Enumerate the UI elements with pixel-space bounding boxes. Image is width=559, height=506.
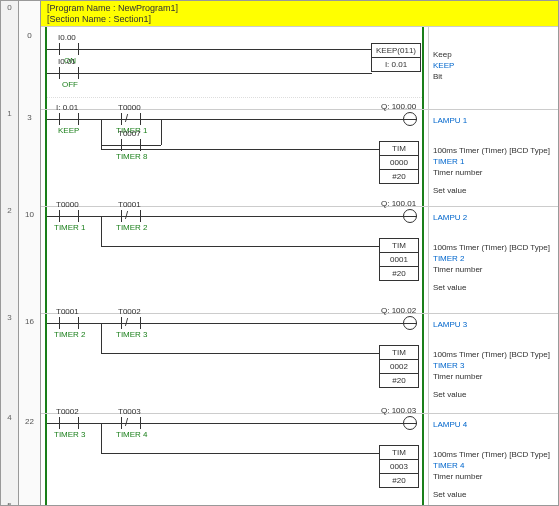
contact-address: T0002	[56, 407, 79, 416]
line-number: 0	[19, 31, 40, 40]
wire	[161, 119, 162, 145]
instr-title: TIM	[380, 239, 418, 252]
instr-operand: 0000	[380, 155, 418, 169]
contact-address: T0001	[56, 307, 79, 316]
contact-name: KEEP	[58, 126, 79, 135]
cmt-name: TIMER 3	[433, 360, 550, 371]
wire	[101, 353, 379, 354]
instr-operand: #20	[380, 169, 418, 183]
contact-address: T0002	[118, 307, 141, 316]
contact-name: TIMER 3	[54, 430, 86, 439]
cmt-name: LAMPU 4	[433, 419, 467, 430]
contact-address: I0.01	[58, 57, 76, 66]
contact-no[interactable]: I: 0.01 KEEP	[59, 113, 79, 125]
contact-no[interactable]: T0000 TIMER 1	[59, 210, 79, 222]
coil-address: Q: 100.03	[381, 406, 416, 415]
output-coil[interactable]	[403, 316, 417, 330]
cmt-l2: Set value	[433, 282, 550, 293]
program-name: [Program Name : NewProgram1]	[47, 3, 552, 14]
cmt-l2: Set value	[433, 389, 550, 400]
instruction-keep[interactable]: KEEP(011) I: 0.01	[371, 43, 421, 72]
rung-index: 2	[1, 206, 18, 215]
coil-address: Q: 100.00	[381, 102, 416, 111]
rung-index: 3	[1, 313, 18, 322]
cmt-name: LAMPU 2	[433, 212, 467, 223]
cmt-title: Keep	[433, 49, 454, 60]
instr-operand: #20	[380, 266, 418, 280]
wire	[47, 216, 417, 217]
cmt-l2: Set value	[433, 489, 550, 500]
contact-address: T0007	[118, 129, 141, 138]
ladder-canvas[interactable]: [Program Name : NewProgram1] [Section Na…	[41, 1, 558, 505]
cmt-l1: Timer number	[433, 264, 550, 275]
wire	[101, 216, 102, 246]
cmt-name: LAMPU 1	[433, 115, 467, 126]
rung-index: 5	[1, 501, 18, 506]
coil-comment: LAMPU 3	[433, 319, 467, 330]
rung-index-gutter: 0 1 2 3 4 5	[1, 1, 19, 505]
cmt-sub: Bit	[433, 71, 454, 82]
cmt-name: TIMER 4	[433, 460, 550, 471]
nc-slash-icon: /	[125, 112, 128, 124]
instr-operand: I: 0.01	[372, 57, 420, 71]
instr-operand: #20	[380, 473, 418, 487]
contact-name: OFF	[62, 80, 78, 89]
instruction-tim[interactable]: TIM 0002 #20	[379, 345, 419, 388]
contact-address: I: 0.01	[56, 103, 78, 112]
program-header: [Program Name : NewProgram1] [Section Na…	[41, 1, 558, 27]
output-coil[interactable]	[403, 416, 417, 430]
instr-comment: 100ms Timer (Timer) [BCD Type] TIMER 4 T…	[433, 449, 550, 500]
instr-title: TIM	[380, 142, 418, 155]
contact-address: I0.00	[58, 33, 76, 42]
wire	[101, 423, 102, 453]
coil-comment: LAMPU 1	[433, 115, 467, 126]
coil-address: Q: 100.01	[381, 199, 416, 208]
comment-column: Keep KEEP Bit LAMPU 1 100ms Timer (Timer…	[428, 27, 558, 505]
contact-name: TIMER 1	[54, 223, 86, 232]
instr-comment: 100ms Timer (Timer) [BCD Type] TIMER 3 T…	[433, 349, 550, 400]
cmt-l1: Timer number	[433, 371, 550, 382]
wire	[101, 149, 379, 150]
rung-index: 0	[1, 3, 18, 12]
cmt-name: TIMER 1	[433, 156, 550, 167]
wire	[47, 73, 372, 74]
instr-operand: #20	[380, 373, 418, 387]
contact-nc[interactable]: / T0003 TIMER 4	[121, 417, 141, 429]
output-coil[interactable]	[403, 209, 417, 223]
instr-comment: 100ms Timer (Timer) [BCD Type] TIMER 1 T…	[433, 145, 550, 196]
nc-slash-icon: /	[125, 209, 128, 221]
instr-title: TIM	[380, 446, 418, 459]
contact-no[interactable]: I0.01 OFF	[59, 67, 79, 79]
contact-name: TIMER 2	[116, 223, 148, 232]
instruction-tim[interactable]: TIM 0001 #20	[379, 238, 419, 281]
line-number: 3	[19, 113, 40, 122]
output-coil[interactable]	[403, 112, 417, 126]
ladder-editor: 0 1 2 3 4 5 0 3 10 16 22 [Program Name :…	[0, 0, 559, 506]
right-power-rail	[422, 27, 424, 505]
rung-index: 4	[1, 413, 18, 422]
contact-no[interactable]: T0002 TIMER 3	[59, 417, 79, 429]
contact-nc[interactable]: / T0000 TIMER 1	[121, 113, 141, 125]
contact-name: TIMER 8	[116, 152, 148, 161]
instr-operand: 0002	[380, 359, 418, 373]
wire	[47, 49, 372, 50]
rung-index: 1	[1, 109, 18, 118]
contact-address: T0003	[118, 407, 141, 416]
wire	[101, 323, 102, 353]
contact-no[interactable]: I0.00 ON	[59, 43, 79, 55]
contact-no[interactable]: T0001 TIMER 2	[59, 317, 79, 329]
contact-nc[interactable]: / T0001 TIMER 2	[121, 210, 141, 222]
coil-comment: LAMPU 2	[433, 212, 467, 223]
cmt-l2: Set value	[433, 185, 550, 196]
wire	[47, 323, 417, 324]
instr-title: KEEP(011)	[372, 44, 420, 57]
cmt-name: TIMER 2	[433, 253, 550, 264]
instruction-tim[interactable]: TIM 0003 #20	[379, 445, 419, 488]
line-number: 22	[19, 417, 40, 426]
cmt-title: 100ms Timer (Timer) [BCD Type]	[433, 349, 550, 360]
instr-operand: 0003	[380, 459, 418, 473]
instr-title: TIM	[380, 346, 418, 359]
instruction-tim[interactable]: TIM 0000 #20	[379, 141, 419, 184]
wire	[47, 119, 417, 120]
contact-nc[interactable]: / T0002 TIMER 3	[121, 317, 141, 329]
